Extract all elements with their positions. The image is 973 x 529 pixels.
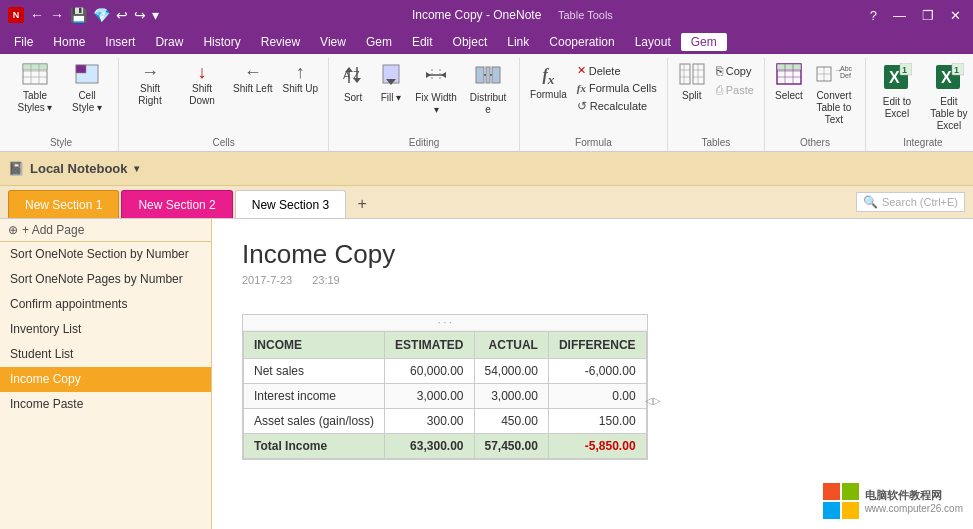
cell-style-label: Cell Style ▾ — [66, 90, 108, 114]
table-styles-icon — [22, 63, 48, 88]
sidebar-item-inventory-list[interactable]: Inventory List — [0, 317, 211, 342]
menu-edit[interactable]: Edit — [402, 33, 443, 51]
undo-button[interactable]: ↩ — [116, 7, 128, 23]
cell-style-icon — [74, 63, 100, 88]
formula-cells-label: Formula Cells — [589, 82, 657, 94]
shift-down-icon: ↓ — [198, 63, 207, 81]
sidebar-item-confirm-appointments[interactable]: Confirm appointments — [0, 292, 211, 317]
row-label: Net sales — [244, 359, 385, 384]
table-styles-button[interactable]: Table Styles ▾ — [10, 60, 60, 117]
menu-link[interactable]: Link — [497, 33, 539, 51]
table-tools-label: Table Tools — [558, 9, 613, 21]
title-bar-title: Income Copy - OneNote Table Tools — [159, 8, 866, 22]
row-estimated: 3,000.00 — [385, 384, 474, 409]
sort-button[interactable]: A Z Sort — [335, 60, 371, 107]
search-box[interactable]: 🔍 Search (Ctrl+E) — [856, 192, 965, 212]
add-page-button[interactable]: ⊕ + Add Page — [0, 219, 211, 242]
tab-section2[interactable]: New Section 2 — [121, 190, 232, 218]
svg-rect-26 — [680, 64, 690, 84]
ribbon-group-formula: fx Formula ✕ Delete fx Formula Cells ↺ — [520, 58, 668, 151]
maximize-button[interactable]: ❐ — [918, 8, 938, 23]
menu-cooperation[interactable]: Cooperation — [539, 33, 624, 51]
convert-table-to-text-button[interactable]: → Abc Def Convert Table to Text — [809, 60, 859, 129]
edit-to-excel-button[interactable]: X 1 Edit to Excel — [872, 60, 922, 123]
ribbon-group-tables: Split ⎘ Copy ⎙ Paste Tables — [668, 58, 765, 151]
svg-rect-56 — [823, 502, 840, 519]
sidebar-item-income-paste[interactable]: Income Paste — [0, 392, 211, 417]
table-drag-handle[interactable]: · · · — [243, 315, 647, 331]
fill-label: Fill ▾ — [381, 92, 402, 104]
menu-view[interactable]: View — [310, 33, 356, 51]
copy-button[interactable]: ⎘ Copy — [712, 62, 758, 80]
distribute-label: Distribute — [467, 92, 509, 116]
help-button[interactable]: ? — [866, 8, 881, 23]
table-drag-handle-right[interactable]: ◁▷ — [645, 395, 661, 406]
menu-review[interactable]: Review — [251, 33, 310, 51]
delete-label: Delete — [589, 65, 621, 77]
formula-cells-icon: fx — [577, 82, 586, 94]
split-button[interactable]: Split — [674, 60, 710, 105]
menu-layout[interactable]: Layout — [625, 33, 681, 51]
menu-insert[interactable]: Insert — [95, 33, 145, 51]
sidebar-item-sort-pages-label: Sort OneNote Pages by Number — [10, 272, 183, 286]
fix-width-button[interactable]: Fix Width ▾ — [411, 60, 461, 119]
forward-button[interactable]: → — [50, 7, 64, 23]
fill-button[interactable]: Fill ▾ — [373, 60, 409, 107]
total-difference: -5,850.00 — [548, 434, 646, 459]
shift-right-button[interactable]: → Shift Right — [125, 60, 175, 110]
shift-left-button[interactable]: ← Shift Left — [229, 60, 276, 98]
svg-rect-23 — [492, 67, 500, 83]
menu-gem1[interactable]: Gem — [356, 33, 402, 51]
shift-up-button[interactable]: ↑ Shift Up — [278, 60, 322, 98]
ribbon-group-formula-label: Formula — [526, 135, 661, 151]
svg-rect-1 — [23, 64, 47, 70]
redo-button[interactable]: ↪ — [134, 7, 146, 23]
svg-text:X: X — [889, 69, 900, 86]
row-difference: 0.00 — [548, 384, 646, 409]
edit-table-by-excel-button[interactable]: X 1 Edit Table by Excel — [924, 60, 973, 135]
formula-button[interactable]: fx Formula — [526, 60, 571, 104]
add-section-button[interactable]: + — [348, 190, 376, 218]
tab-section1[interactable]: New Section 1 — [8, 190, 119, 218]
fix-width-label: Fix Width ▾ — [415, 92, 457, 116]
recalculate-button[interactable]: ↺ Recalculate — [573, 97, 661, 115]
formula-cells-button[interactable]: fx Formula Cells — [573, 80, 661, 96]
menu-gem2[interactable]: Gem — [681, 33, 727, 51]
copy-label: Copy — [726, 65, 752, 77]
gem-button[interactable]: 💎 — [93, 7, 110, 23]
shift-up-label: Shift Up — [282, 83, 318, 95]
sidebar-item-sort-pages[interactable]: Sort OneNote Pages by Number — [0, 267, 211, 292]
menu-file[interactable]: File — [4, 33, 43, 51]
header-actual: ACTUAL — [474, 332, 548, 359]
back-button[interactable]: ← — [30, 7, 44, 23]
shift-down-button[interactable]: ↓ Shift Down — [177, 60, 227, 110]
delete-button[interactable]: ✕ Delete — [573, 62, 661, 79]
menu-bar: File Home Insert Draw History Review Vie… — [0, 30, 973, 54]
tab-section3[interactable]: New Section 3 — [235, 190, 346, 218]
distribute-button[interactable]: Distribute — [463, 60, 513, 119]
menu-home[interactable]: Home — [43, 33, 95, 51]
sidebar-item-student-list[interactable]: Student List — [0, 342, 211, 367]
notebook-dropdown-icon[interactable]: ▾ — [134, 163, 139, 174]
paste-button[interactable]: ⎙ Paste — [712, 81, 758, 99]
menu-draw[interactable]: Draw — [145, 33, 193, 51]
sidebar-item-income-copy-label: Income Copy — [10, 372, 81, 386]
ribbon-group-style: Table Styles ▾ Cell Style ▾ Style — [4, 58, 119, 151]
row-actual: 450.00 — [474, 409, 548, 434]
sidebar-item-income-copy[interactable]: Income Copy — [0, 367, 211, 392]
save-button[interactable]: 💾 — [70, 7, 87, 23]
cell-style-button[interactable]: Cell Style ▾ — [62, 60, 112, 117]
menu-history[interactable]: History — [193, 33, 250, 51]
svg-marker-18 — [441, 72, 446, 78]
svg-rect-7 — [76, 65, 86, 73]
select-button[interactable]: Select — [771, 60, 807, 105]
table-row: Net sales 60,000.00 54,000.00 -6,000.00 — [244, 359, 647, 384]
menu-object[interactable]: Object — [443, 33, 498, 51]
close-button[interactable]: ✕ — [946, 8, 965, 23]
title-bar-left: N ← → 💾 💎 ↩ ↪ ▾ — [8, 7, 159, 23]
minimize-button[interactable]: — — [889, 8, 910, 23]
sidebar-item-sort-section[interactable]: Sort OneNote Section by Number — [0, 242, 211, 267]
row-actual: 54,000.00 — [474, 359, 548, 384]
more-button[interactable]: ▾ — [152, 7, 159, 23]
table-row: Interest income 3,000.00 3,000.00 0.00 — [244, 384, 647, 409]
